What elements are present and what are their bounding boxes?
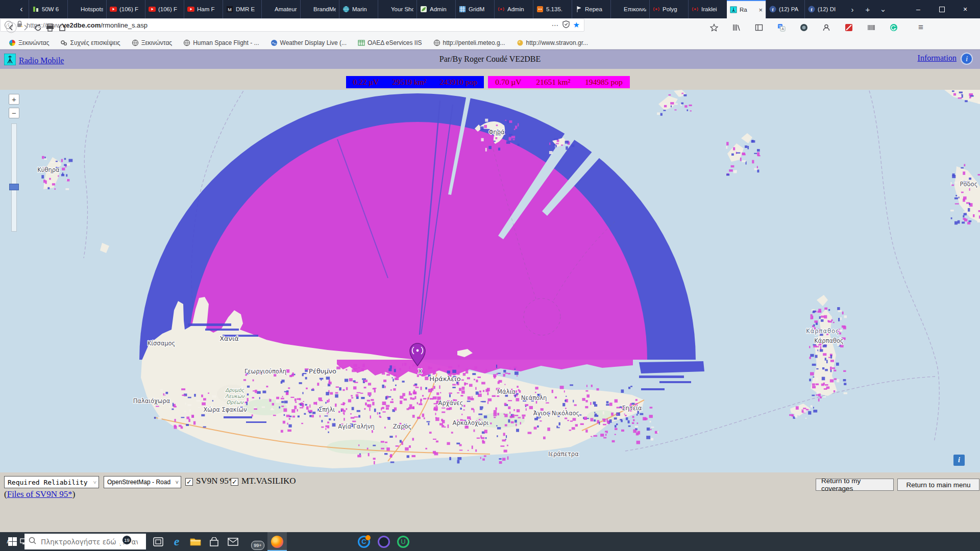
- bookmark-item[interactable]: Ξεκινώντας: [127, 38, 177, 48]
- url-bar[interactable]: i https://www.ve2dbe.com/rmonline_s.asp …: [0, 18, 584, 32]
- map-label: Ιεράπετρα: [548, 450, 579, 458]
- coverage-speck: [326, 392, 329, 395]
- tab[interactable]: Polyg: [649, 0, 688, 18]
- tab[interactable]: Hotspots: [67, 0, 106, 18]
- tab-list-button[interactable]: ⌄: [876, 0, 890, 18]
- coverage-speck: [407, 455, 409, 458]
- coverage-speck: [963, 171, 965, 175]
- task-view-icon[interactable]: [149, 532, 168, 551]
- action-center-icon[interactable]: 19: [111, 537, 134, 546]
- window-minimize-button[interactable]: –: [906, 0, 930, 18]
- vasiliko-checkbox[interactable]: ✓: [231, 478, 238, 486]
- coverage-speck: [242, 368, 243, 370]
- bookmark-item[interactable]: ΟΑΕΔ eServices IIS: [353, 38, 427, 48]
- coverage-speck: [830, 369, 832, 372]
- coverage-speck: [556, 143, 559, 144]
- reliability-select[interactable]: Required Reliability ˅: [4, 476, 99, 488]
- tab[interactable]: (106) F: [145, 0, 184, 18]
- radio-mobile-link[interactable]: Radio Mobile: [19, 56, 64, 65]
- return-coverages-button[interactable]: Return to my coverages: [816, 479, 894, 491]
- store-icon[interactable]: [204, 532, 224, 551]
- bookmark-item[interactable]: http://www.stravon.gr...: [512, 38, 593, 48]
- files-link[interactable]: Files of SV9N 95*: [7, 489, 72, 499]
- menu-icon[interactable]: ≡: [914, 20, 928, 35]
- coverage-speck: [309, 405, 310, 408]
- map-info-button[interactable]: i: [953, 455, 965, 466]
- coverage-speck: [954, 182, 958, 184]
- coverage-speck: [594, 412, 595, 413]
- zoom-out-button[interactable]: −: [9, 108, 19, 118]
- sv9n-checkbox[interactable]: ✓: [185, 478, 193, 486]
- back-icon[interactable]: [4, 20, 18, 35]
- sidebar-icon[interactable]: [752, 20, 766, 35]
- coverage-speck: [683, 94, 687, 96]
- zoom-slider-handle[interactable]: [9, 184, 19, 190]
- tab[interactable]: 5.135.: [533, 0, 572, 18]
- tab-close-icon[interactable]: ×: [758, 7, 763, 13]
- tab-scroll-left-icon[interactable]: ‹: [15, 0, 28, 18]
- ghost-circle-icon[interactable]: [797, 20, 811, 35]
- edge-icon[interactable]: e: [167, 532, 186, 551]
- tab[interactable]: Επικοινων: [610, 0, 649, 18]
- home-icon[interactable]: [55, 20, 69, 35]
- tab[interactable]: Marin: [339, 0, 378, 18]
- coverage-speck: [283, 421, 285, 424]
- coverage-speck: [329, 382, 332, 384]
- bookmark-item[interactable]: Human Space Flight - ...: [179, 38, 263, 48]
- mail-icon[interactable]: [223, 532, 242, 551]
- window-maximize-button[interactable]: [930, 0, 953, 18]
- tab[interactable]: Repea: [572, 0, 610, 18]
- adblock-red-icon[interactable]: [842, 20, 856, 35]
- window-close-button[interactable]: ×: [953, 0, 977, 18]
- tab[interactable]: MDMR E: [223, 0, 261, 18]
- uninstaller-icon[interactable]: U: [394, 532, 413, 551]
- new-tab-button[interactable]: +: [861, 0, 875, 18]
- tab[interactable]: GridM: [455, 0, 494, 18]
- bookmark-item[interactable]: Ξεκινώντας: [4, 38, 54, 48]
- page-actions-icon[interactable]: ⋯: [552, 21, 559, 29]
- tab-active[interactable]: Ra×: [727, 0, 766, 18]
- pocket-shield-icon[interactable]: [562, 20, 570, 30]
- account-person-icon[interactable]: [819, 20, 834, 35]
- grammarly-green-icon[interactable]: [887, 20, 901, 35]
- information-link[interactable]: Information: [918, 54, 957, 62]
- file-explorer-icon[interactable]: [186, 532, 205, 551]
- bookmark-item[interactable]: Weather Display Live (...: [266, 38, 352, 48]
- bookmark-star-icon[interactable]: [707, 20, 721, 35]
- bookmark-item[interactable]: Συχνές επισκέψεις: [56, 38, 125, 48]
- tab[interactable]: 50W 6: [29, 0, 67, 18]
- barcode-icon[interactable]: [864, 20, 878, 35]
- tab[interactable]: Admin: [416, 0, 455, 18]
- coverage-speck: [628, 387, 630, 389]
- coverage-map[interactable]: ΚύθηραΦηράΡόδοςΚάρπαθοςΚάρπαθοςΚίσσαμοςΧ…: [0, 90, 980, 472]
- library-icon[interactable]: [729, 20, 744, 35]
- zoom-in-button[interactable]: +: [9, 94, 19, 105]
- info-bubble-icon[interactable]: i: [961, 53, 973, 65]
- start-button[interactable]: [0, 532, 24, 551]
- tab-scroll-right-icon[interactable]: ›: [845, 0, 860, 18]
- coverage-speck: [262, 407, 265, 408]
- coverage-speck: [632, 416, 634, 418]
- tab[interactable]: Admin: [494, 0, 533, 18]
- tab[interactable]: Your Shop: [378, 0, 416, 18]
- coverage-speck: [56, 161, 58, 162]
- marker-label: X: [418, 368, 422, 375]
- driver-app-icon[interactable]: [374, 532, 394, 551]
- tab[interactable]: Amateur D: [261, 0, 300, 18]
- tab[interactable]: Iraklei: [688, 0, 727, 18]
- basemap-select[interactable]: OpenStreetMap - Road ˅: [104, 476, 181, 488]
- tab[interactable]: (106) F: [106, 0, 145, 18]
- firefox-icon[interactable]: [267, 532, 287, 551]
- bookmark-filled-star-icon[interactable]: ★: [573, 20, 580, 30]
- zoom-slider-track[interactable]: [11, 123, 17, 232]
- tab[interactable]: f(12) DI: [804, 0, 843, 18]
- coverage-speck: [433, 371, 436, 374]
- map-label: Ορέων: [226, 399, 244, 406]
- translate-icon[interactable]: 文A: [774, 20, 789, 35]
- tab[interactable]: Ham F: [184, 0, 223, 18]
- tab[interactable]: f(12) PA: [766, 0, 804, 18]
- system-care-icon[interactable]: C: [354, 532, 374, 551]
- return-main-menu-button[interactable]: Return to main menu: [897, 479, 979, 491]
- tab[interactable]: BrandMeis: [300, 0, 339, 18]
- bookmark-item[interactable]: http://penteli.meteo.g...: [429, 38, 510, 48]
